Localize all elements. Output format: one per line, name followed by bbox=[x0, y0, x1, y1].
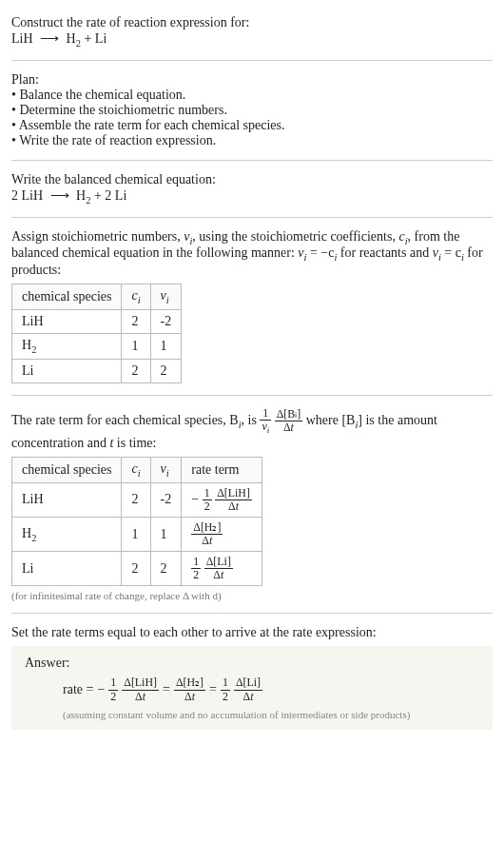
plan-list: Balance the chemical equation. Determine… bbox=[11, 88, 493, 148]
col-species: chemical species bbox=[12, 458, 122, 483]
answer-note: (assuming constant volume and no accumul… bbox=[25, 709, 479, 720]
col-rate: rate term bbox=[182, 458, 262, 483]
reaction-arrow: ⟶ bbox=[47, 188, 73, 203]
final-title: Set the rate terms equal to each other t… bbox=[11, 625, 493, 640]
divider bbox=[11, 613, 493, 614]
balanced-section: Write the balanced chemical equation: 2 … bbox=[11, 165, 493, 213]
balanced-equation: 2 LiH ⟶ H2 + 2 Li bbox=[11, 187, 493, 206]
col-nui: νi bbox=[150, 458, 182, 483]
lhs: 2 LiH bbox=[11, 188, 43, 203]
stoich-section: Assign stoichiometric numbers, νi, using… bbox=[11, 222, 493, 391]
answer-label: Answer: bbox=[25, 656, 479, 671]
table-row: LiH 2 -2 bbox=[12, 309, 182, 333]
plan-item: Balance the chemical equation. bbox=[11, 88, 493, 103]
balanced-title: Write the balanced chemical equation: bbox=[11, 172, 493, 187]
rhs-li: + 2 Li bbox=[90, 188, 126, 203]
answer-box: Answer: rate = − 12 Δ[LiH]Δt = Δ[H₂]Δt =… bbox=[11, 646, 493, 729]
stoich-intro: Assign stoichiometric numbers, νi, using… bbox=[11, 229, 493, 279]
frac-delta-b: Δ[Bᵢ] Δt bbox=[275, 408, 303, 434]
rhs-li: + Li bbox=[81, 31, 107, 46]
final-section: Set the rate terms equal to each other t… bbox=[11, 617, 493, 736]
reaction-arrow: ⟶ bbox=[36, 31, 63, 46]
delta-note: (for infinitesimal rate of change, repla… bbox=[11, 590, 493, 601]
table-row: LiH 2 -2 − 12 Δ[LiH]Δt bbox=[12, 482, 262, 517]
table-row: Li 2 2 12 Δ[Li]Δt bbox=[12, 552, 262, 586]
col-ci: ci bbox=[122, 458, 150, 483]
plan-item: Assemble the rate term for each chemical… bbox=[11, 118, 493, 133]
frac-one-over-nu: 1 νi bbox=[260, 407, 271, 436]
plan-title: Plan: bbox=[11, 72, 493, 88]
rateterm-intro: The rate term for each chemical species,… bbox=[11, 407, 493, 451]
prompt-title: Construct the rate of reaction expressio… bbox=[11, 15, 493, 30]
rhs-h2: H2 bbox=[76, 188, 90, 203]
stoich-table: chemical species ci νi LiH 2 -2 H2 1 1 L… bbox=[11, 284, 182, 383]
divider bbox=[11, 217, 493, 218]
rateterm-table: chemical species ci νi rate term LiH 2 -… bbox=[11, 457, 262, 586]
divider bbox=[11, 60, 493, 61]
rateterm-section: The rate term for each chemical species,… bbox=[11, 400, 493, 610]
rate-expression: rate = − 12 Δ[LiH]Δt = Δ[H₂]Δt = 12 Δ[Li… bbox=[25, 676, 479, 702]
col-nui: νi bbox=[150, 284, 182, 310]
table-header-row: chemical species ci νi rate term bbox=[12, 458, 262, 483]
table-header-row: chemical species ci νi bbox=[12, 284, 182, 310]
table-row: H2 1 1 bbox=[12, 333, 182, 359]
lhs: LiH bbox=[11, 31, 33, 46]
plan-item: Write the rate of reaction expression. bbox=[11, 133, 493, 148]
plan-item: Determine the stoichiometric numbers. bbox=[11, 103, 493, 118]
divider bbox=[11, 160, 493, 161]
plan-section: Plan: Balance the chemical equation. Det… bbox=[11, 65, 493, 156]
rhs-h2: H2 bbox=[67, 31, 81, 46]
col-ci: ci bbox=[122, 284, 150, 310]
unbalanced-equation: LiH ⟶ H2 + Li bbox=[11, 30, 493, 49]
divider bbox=[11, 395, 493, 396]
table-row: H2 1 1 Δ[H₂]Δt bbox=[12, 518, 262, 552]
header-section: Construct the rate of reaction expressio… bbox=[11, 8, 493, 56]
table-row: Li 2 2 bbox=[12, 359, 182, 382]
col-species: chemical species bbox=[12, 284, 122, 310]
